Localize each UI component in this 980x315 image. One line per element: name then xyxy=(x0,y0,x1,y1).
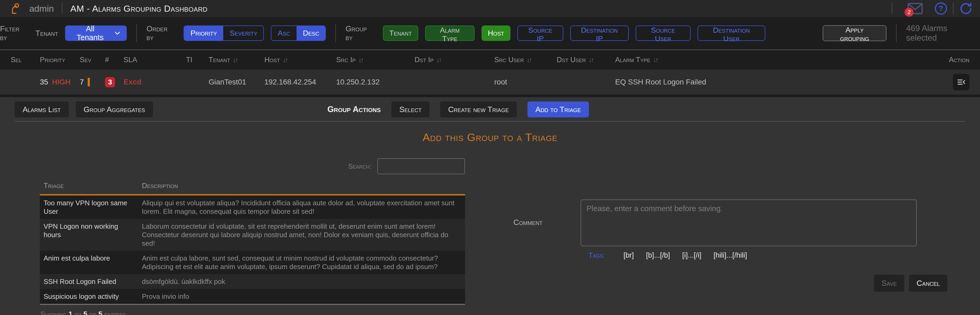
column-header-dst-user[interactable]: Dst User↓↑ xyxy=(557,56,615,64)
topbar-left: admin AM - Alarms Grouping Dashboard xyxy=(9,2,208,15)
groupby-destination-user-button[interactable]: Destination User xyxy=(698,25,765,41)
username: admin xyxy=(29,3,54,14)
search-input[interactable] xyxy=(377,158,465,174)
priority-level: HIGH xyxy=(52,78,70,86)
triage-search: Search: xyxy=(348,158,465,174)
column-header-priority: Priority xyxy=(40,56,80,64)
groupby-host-button[interactable]: Host xyxy=(482,25,511,41)
divider xyxy=(14,121,966,122)
triage-name: Suspicious logon activity xyxy=(44,292,142,301)
cell-alarm-type: EQ SSH Root Logon Failed xyxy=(615,78,929,86)
create-new-triage-button[interactable]: Create new Triage xyxy=(440,102,517,118)
triage-description: Laborum consectetur id voluptate, sit es… xyxy=(142,222,461,248)
comment-textarea[interactable] xyxy=(581,199,917,246)
triage-row[interactable]: VPN Logon non working hours Laborum cons… xyxy=(40,219,465,251)
divider xyxy=(136,24,137,42)
save-button[interactable]: Save xyxy=(874,275,904,292)
triage-name: SSH Root Logon Failed xyxy=(44,277,142,286)
groupby-source-ip-button[interactable]: Source IP xyxy=(517,25,563,41)
triage-description: Anim est culpa labore, sunt sed, consequ… xyxy=(142,254,461,271)
triage-row[interactable]: Anim est culpa labore Anim est culpa lab… xyxy=(40,251,465,274)
group-by-label: Group by xyxy=(345,24,376,42)
tag-br[interactable]: [br] xyxy=(624,251,634,259)
filter-toolbar: Filter by Tenant All Tenants Order by Pr… xyxy=(0,17,980,49)
order-priority-button[interactable]: Priority xyxy=(184,26,223,40)
sort-icon: ↓↑ xyxy=(589,56,593,64)
add-to-triage-button[interactable]: Add to Triage xyxy=(527,102,589,118)
cell-sla: Excd xyxy=(124,78,186,86)
triage-table-header: Triage Description xyxy=(40,182,465,194)
sort-icon: ↓↑ xyxy=(283,56,287,64)
tenant-label: Tenant xyxy=(35,29,58,38)
triage-row[interactable]: SSH Root Logon Failed dsòmfgòldù. ùaklkd… xyxy=(40,274,465,289)
panel-tabs: Alarms List Group Aggregates xyxy=(14,102,153,118)
column-header-ti: TI xyxy=(186,56,208,64)
sort-desc-button[interactable]: Desc xyxy=(297,26,326,40)
pagination-status: Showing 1 to 5 of 5 entries xyxy=(40,310,465,315)
cell-priority: 35 HIGH xyxy=(40,78,80,86)
alarm-row[interactable]: 35 HIGH 7 3 Excd GianTest01 192.168.42.2… xyxy=(0,70,980,95)
apply-grouping-button[interactable]: Apply grouping xyxy=(822,25,886,41)
order-severity-button[interactable]: Severity xyxy=(223,26,264,40)
alarms-selected-count: 469 Alarms selected xyxy=(906,24,980,43)
tab-alarms-list[interactable]: Alarms List xyxy=(14,102,69,118)
column-header-sev: Sev xyxy=(80,56,105,64)
cell-action xyxy=(929,74,969,90)
alarm-table-header: Sel Priority Sev # SLA TI Tenant↓↑ Host↓… xyxy=(0,49,980,70)
tags-row: Tags: [br] [b]...[/b] [i]...[/i] [hili].… xyxy=(589,251,747,259)
column-header-host[interactable]: Host↓↑ xyxy=(264,56,336,64)
dialog-actions: Save Cancel xyxy=(874,275,947,292)
cell-sev: 7 xyxy=(80,78,105,86)
tag-highlight[interactable]: [hili]...[/hili] xyxy=(713,251,747,259)
notifications-button[interactable]: 2 xyxy=(907,2,923,14)
tab-group-aggregates[interactable]: Group Aggregates xyxy=(76,102,153,118)
refresh-icon[interactable] xyxy=(959,2,972,15)
priority-value: 35 xyxy=(40,78,48,86)
groupby-tenant-button[interactable]: Tenant xyxy=(383,25,418,41)
column-header-sel: Sel xyxy=(11,56,40,64)
cancel-button[interactable]: Cancel xyxy=(909,275,947,292)
tenant-dropdown-value: All Tenants xyxy=(72,24,109,42)
cell-src-user: root xyxy=(494,78,557,86)
column-header-src-ip[interactable]: Src Ip↓↑ xyxy=(336,56,415,64)
count-badge: 3 xyxy=(105,77,115,88)
triage-name: VPN Logon non working hours xyxy=(44,222,142,248)
tag-bold[interactable]: [b]...[/b] xyxy=(646,251,670,259)
triage-name: Anim est culpa labore xyxy=(44,254,142,271)
dialog-title: Add this Group to a Triage xyxy=(0,131,980,144)
select-button[interactable]: Select xyxy=(391,102,430,118)
triage-name: Too many VPN logon same User xyxy=(44,199,142,216)
column-header-alarm-type[interactable]: Alarm Type↓↑ xyxy=(615,56,929,64)
tenant-dropdown[interactable]: All Tenants xyxy=(65,25,127,41)
sort-icon: ↓↑ xyxy=(527,56,531,64)
topbar: admin AM - Alarms Grouping Dashboard 2 ? xyxy=(0,0,980,17)
column-header-tenant[interactable]: Tenant↓↑ xyxy=(208,56,264,64)
divider xyxy=(892,3,892,14)
triage-description: dsòmfgòldù. ùaklkdkffx pok xyxy=(142,277,461,286)
cell-count: 3 xyxy=(105,77,124,88)
column-header-dst-ip[interactable]: Dst Ip↓↑ xyxy=(415,56,494,64)
severity-bar xyxy=(88,78,90,86)
groupby-alarm-type-button[interactable]: Alarm Type xyxy=(425,25,474,41)
column-header-src-user[interactable]: Src User↓↑ xyxy=(494,56,557,64)
groupby-source-user-button[interactable]: Source User xyxy=(636,25,690,41)
tags-label: Tags: xyxy=(589,251,605,259)
triage-row[interactable]: Too many VPN logon same User Aliquip qui… xyxy=(40,196,465,219)
user-icon[interactable] xyxy=(9,2,22,15)
sort-icon: ↓↑ xyxy=(653,56,657,64)
row-actions-button[interactable] xyxy=(953,74,969,90)
divider xyxy=(896,24,897,42)
sort-icon: ↓↑ xyxy=(358,56,363,64)
triage-description: Prova invio info xyxy=(142,292,461,301)
triage-column-header: Triage xyxy=(44,182,142,190)
search-label: Search: xyxy=(348,162,371,170)
help-icon[interactable]: ? xyxy=(935,2,947,14)
order-toggle: Priority Severity xyxy=(184,25,264,41)
triage-row[interactable]: Suspicious logon activity Prova invio in… xyxy=(40,289,465,304)
tag-italic[interactable]: [i]...[/i] xyxy=(682,251,701,259)
cell-host: 192.168.42.254 xyxy=(264,78,336,86)
divider xyxy=(62,3,62,14)
groupby-destination-ip-button[interactable]: Destination IP xyxy=(570,25,629,41)
sort-asc-button[interactable]: Asc xyxy=(271,26,296,40)
column-header-action: Action xyxy=(929,56,969,64)
